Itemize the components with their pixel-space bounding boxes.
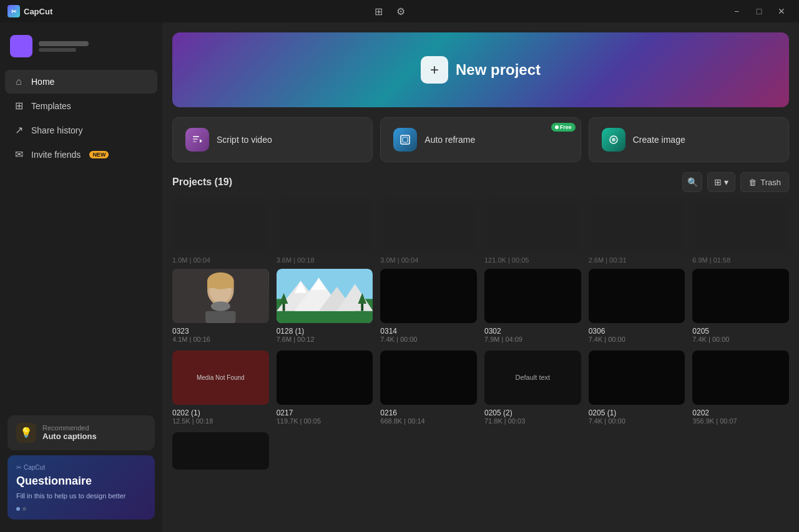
projects-section: Projects (19) 🔍 ⊞ ▾ 🗑 Trash — [172, 172, 789, 522]
partial-card[interactable]: 3.0M | 00:04 — [380, 200, 477, 264]
project-card-0202-1[interactable]: Media Not Found 0202 (1) 12.5K | 00:18 — [172, 351, 269, 425]
project-grid-partial — [172, 432, 789, 473]
project-card-0202[interactable]: 0202 356.9K | 00:07 — [692, 351, 789, 425]
new-project-banner[interactable]: + New project — [172, 32, 789, 107]
reframe-icon — [393, 128, 417, 152]
default-text-thumb: Default text — [484, 351, 581, 405]
create-image-btn[interactable]: Create image — [589, 117, 789, 162]
project-meta-0314: 7.4K | 00:00 — [380, 336, 477, 343]
titlebar-icons: ⊞ ⚙ — [370, 2, 409, 20]
project-card-0205-2[interactable]: Default text 0205 (2) 71.8K | 00:03 — [484, 351, 581, 425]
script-icon — [185, 128, 209, 152]
sidebar-item-templates[interactable]: ⊞ Templates — [5, 94, 157, 118]
profile-info — [39, 41, 89, 52]
project-meta-0216: 668.8K | 00:14 — [380, 417, 477, 425]
share-icon: ↗ — [12, 124, 25, 136]
project-card-0217[interactable]: 0217 119.7K | 00:05 — [277, 351, 373, 425]
dot-2 — [22, 507, 26, 511]
project-meta-0128: 7.6M | 00:12 — [277, 336, 373, 343]
dot-1 — [16, 507, 20, 511]
black-thumb-0302 — [484, 269, 581, 323]
logo-icon: ✂ — [7, 5, 20, 17]
svg-rect-0 — [193, 136, 199, 137]
recommended-label: Recommended — [42, 424, 97, 432]
settings-btn[interactable]: ⚙ — [392, 2, 409, 20]
project-name-0202-1: 0202 (1) — [172, 409, 269, 417]
svg-rect-13 — [205, 311, 235, 323]
project-thumb-0205 — [692, 269, 789, 323]
sidebar-profile — [0, 30, 162, 67]
search-btn[interactable]: 🔍 — [682, 172, 702, 192]
project-thumb-0202 — [692, 351, 789, 405]
sidebar-item-invite-friends[interactable]: ✉ Invite friends New — [5, 142, 157, 167]
partial-card[interactable]: 121.0K | 00:05 — [484, 200, 581, 264]
partial-card[interactable]: 1.0M | 00:04 — [172, 200, 269, 264]
bulb-icon: 💡 — [16, 423, 36, 443]
share-label: Share history — [31, 125, 82, 135]
sidebar-nav: ⌂ Home ⊞ Templates ↗ Share history ✉ Inv… — [0, 67, 162, 410]
error-thumb: Media Not Found — [172, 351, 269, 405]
project-card-0302[interactable]: 0302 7.9M | 04:09 — [484, 269, 581, 343]
partial-meta-5: 2.6M | 00:31 — [589, 256, 685, 264]
free-badge: Free — [551, 123, 576, 132]
project-card-0205[interactable]: 0205 7.4K | 00:00 — [692, 269, 789, 343]
sidebar-item-share-history[interactable]: ↗ Share history — [5, 118, 157, 142]
capcut-logo-small: ✂ CapCut — [16, 464, 146, 471]
project-thumb-0205-1 — [589, 351, 685, 405]
project-name-0302: 0302 — [484, 327, 581, 336]
project-grid-row2: Media Not Found 0202 (1) 12.5K | 00:18 0… — [172, 351, 789, 425]
black-thumb-0205 — [692, 269, 789, 323]
home-label: Home — [31, 77, 54, 87]
project-card-0306[interactable]: 0306 7.4K | 00:00 — [589, 269, 685, 343]
app-logo: ✂ CapCut — [7, 5, 52, 17]
project-card-0205-1[interactable]: 0205 (1) 7.4K | 00:00 — [589, 351, 685, 425]
caption-btn[interactable]: ⊞ — [370, 2, 387, 20]
profile-sub-bar — [39, 48, 76, 52]
minimize-btn[interactable]: − — [727, 2, 747, 20]
partial-meta-3: 3.0M | 00:04 — [380, 256, 477, 264]
auto-reframe-btn[interactable]: Auto reframe Free — [380, 117, 581, 162]
project-name-0216: 0216 — [380, 409, 477, 417]
view-toggle-btn[interactable]: ⊞ ▾ — [707, 172, 735, 192]
sidebar-item-home[interactable]: ⌂ Home — [5, 70, 157, 94]
script-to-video-btn[interactable]: Script to video — [172, 117, 373, 162]
project-card-0128[interactable]: 0128 (1) 7.6M | 00:12 — [277, 269, 373, 343]
black-thumb-0205-1 — [589, 351, 685, 405]
partial-meta-2: 3.6M | 00:18 — [277, 256, 373, 264]
auto-captions-text: Recommended Auto captions — [42, 424, 97, 441]
project-card-0314[interactable]: 0314 7.4K | 00:00 — [380, 269, 477, 343]
project-name-0314: 0314 — [380, 327, 477, 336]
project-thumb-0216 — [380, 351, 477, 405]
auto-captions-widget[interactable]: 💡 Recommended Auto captions — [7, 415, 155, 450]
project-name-0202: 0202 — [692, 409, 789, 417]
questionnaire-widget[interactable]: ✂ CapCut Questionnaire Fill in this to h… — [7, 455, 155, 520]
questionnaire-dots — [16, 507, 146, 511]
svg-point-14 — [211, 301, 230, 311]
trash-btn[interactable]: 🗑 Trash — [740, 172, 789, 192]
plus-icon: + — [430, 61, 439, 79]
project-thumb-0302 — [484, 269, 581, 323]
invite-icon: ✉ — [12, 148, 25, 160]
svg-rect-5 — [403, 137, 408, 142]
close-btn[interactable]: ✕ — [772, 2, 792, 20]
titlebar-controls: − □ ✕ — [727, 2, 792, 20]
partial-card[interactable]: 2.6M | 00:31 — [589, 200, 685, 264]
create-image-icon — [602, 128, 625, 152]
sidebar-bottom: 💡 Recommended Auto captions ✂ CapCut Que… — [0, 410, 162, 525]
project-card-0216[interactable]: 0216 668.8K | 00:14 — [380, 351, 477, 425]
partial-card[interactable]: 6.9M | 01:58 — [692, 200, 789, 264]
project-name-0205-1: 0205 (1) — [589, 409, 685, 417]
project-meta-0323: 4.1M | 00:16 — [172, 336, 269, 343]
trash-label: Trash — [760, 178, 781, 187]
partial-card[interactable]: 3.6M | 00:18 — [277, 200, 373, 264]
black-thumb-0216 — [380, 351, 477, 405]
project-card-partial[interactable] — [172, 432, 269, 473]
profile-name-bar — [39, 41, 89, 46]
content-area: + New project Script to video — [162, 22, 799, 532]
partial-bottom-thumb — [172, 432, 269, 470]
maximize-btn[interactable]: □ — [749, 2, 769, 20]
project-name-0323: 0323 — [172, 327, 269, 336]
project-card-0323[interactable]: 0323 4.1M | 00:16 — [172, 269, 269, 343]
new-project-inner: + New project — [421, 56, 541, 84]
project-name-0128: 0128 (1) — [277, 327, 373, 336]
